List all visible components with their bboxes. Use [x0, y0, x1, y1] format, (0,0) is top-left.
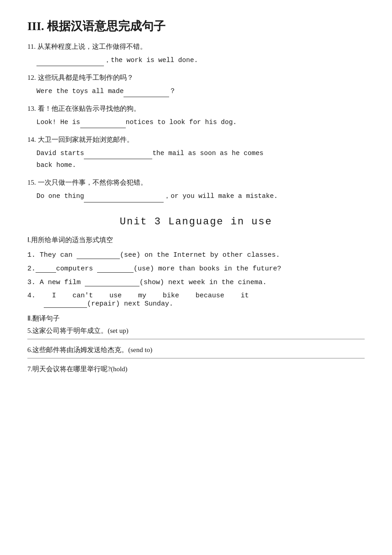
unit-3-title: Unit 3 Language in use [27, 216, 365, 228]
q13-blank[interactable] [80, 116, 126, 128]
question-12: 12. 这些玩具都是纯手工制作的吗？ Were the toys all mad… [27, 73, 365, 97]
q14-blank[interactable] [84, 147, 152, 159]
unit-3-section: Unit 3 Language in use Ⅰ.用所给单词的适当形式填空 1.… [27, 216, 365, 373]
part1-title: Ⅰ.用所给单词的适当形式填空 [27, 236, 365, 244]
unit3-q6: 6.这些邮件将由汤姆发送给杰克。(send to) [27, 346, 365, 358]
question-11: 11. 从某种程度上说，这工作做得不错。 ，the work is well d… [27, 42, 365, 66]
q7-chinese: 7.明天会议将在哪里举行呢?(hold) [27, 365, 365, 373]
q12-english: Were the toys all made ？ [36, 85, 365, 97]
q13-chinese: 13. 看！他正在张贴告示寻找他的狗。 [27, 104, 365, 113]
question-14: 14. 大卫一回到家就开始浏览邮件。 David starts the mail… [27, 135, 365, 171]
q13-english: Look! He is notices to look for his dog. [36, 116, 365, 128]
section-3: III. 根据汉语意思完成句子 11. 从某种程度上说，这工作做得不错。 ，th… [27, 18, 365, 202]
unit3-q7: 7.明天会议将在哪里举行呢?(hold) [27, 365, 365, 373]
question-13: 13. 看！他正在张贴告示寻找他的狗。 Look! He is notices … [27, 104, 365, 128]
unit3-q5: 5.这家公司将于明年成立。(set up) [27, 327, 365, 339]
q5-chinese: 5.这家公司将于明年成立。(set up) [27, 327, 365, 335]
q11-blank[interactable] [36, 54, 104, 66]
q6-chinese: 6.这些邮件将由汤姆发送给杰克。(send to) [27, 346, 365, 354]
q12-blank[interactable] [124, 85, 169, 97]
q14-english: David starts the mail as soon as he come… [36, 147, 365, 171]
q15-chinese: 15. 一次只做一件事，不然你将会犯错。 [27, 178, 365, 187]
u3-q2-blank1[interactable] [36, 265, 56, 273]
q11-chinese: 11. 从某种程度上说，这工作做得不错。 [27, 42, 365, 51]
u3-q3-blank[interactable] [85, 278, 139, 286]
q12-chinese: 12. 这些玩具都是纯手工制作的吗？ [27, 73, 365, 82]
part-2: Ⅱ.翻译句子 5.这家公司将于明年成立。(set up) 6.这些邮件将由汤姆发… [27, 314, 365, 373]
q14-chinese: 14. 大卫一回到家就开始浏览邮件。 [27, 135, 365, 144]
q15-english: Do one thing ，or you will make a mistake… [36, 190, 365, 202]
part-1: Ⅰ.用所给单词的适当形式填空 1. They can (see) on the … [27, 236, 365, 308]
unit3-q4: 4. I can't use my bike because it (repai… [27, 292, 365, 308]
unit3-q2: 2. computers (use) more than books in th… [27, 265, 365, 273]
q5-line [27, 339, 365, 339]
section-3-title: III. 根据汉语意思完成句子 [27, 18, 365, 34]
q11-english: ，the work is well done. [36, 54, 365, 66]
unit3-q3: 3. A new film (show) next week in the ci… [27, 278, 365, 286]
u3-q2-blank2[interactable] [97, 265, 134, 273]
part2-title: Ⅱ.翻译句子 [27, 314, 365, 323]
unit3-q1: 1. They can (see) on the Internet by oth… [27, 251, 365, 259]
u3-q1-blank[interactable] [77, 251, 120, 259]
q15-blank[interactable] [84, 190, 164, 202]
question-15: 15. 一次只做一件事，不然你将会犯错。 Do one thing ，or yo… [27, 178, 365, 202]
q6-line [27, 358, 365, 358]
u3-q4-blank[interactable] [44, 300, 87, 308]
